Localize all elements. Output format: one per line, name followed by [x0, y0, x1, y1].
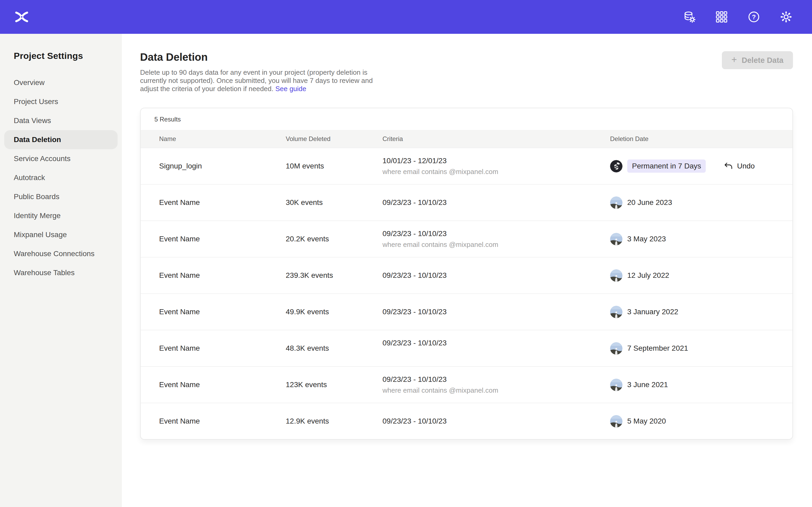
data-management-icon[interactable]: [683, 11, 696, 23]
cell-volume: 123K events: [286, 381, 383, 389]
cell-criteria: 09/23/23 - 10/10/23: [383, 339, 610, 358]
column-header-criteria: Criteria: [383, 135, 610, 143]
deletion-requests-card: 5 Results Name Volume Deleted Criteria D…: [140, 108, 793, 440]
deletion-date: 3 May 2023: [627, 235, 666, 243]
project-settings-sidebar: Project Settings Overview Project Users …: [0, 34, 122, 507]
cell-deletion-date: 3 May 2023: [610, 233, 775, 245]
plus-icon: +: [731, 55, 737, 64]
table-row: Event Name 123K events 09/23/23 - 10/10/…: [141, 366, 793, 403]
cell-volume: 30K events: [286, 198, 383, 207]
cell-criteria: 09/23/23 - 10/10/23 where email contains…: [383, 375, 610, 395]
cell-volume: 48.3K events: [286, 344, 383, 352]
sidebar-item-mixpanel-usage[interactable]: Mixpanel Usage: [4, 225, 118, 244]
cell-criteria: 09/23/23 - 10/10/23: [383, 417, 610, 426]
user-avatar: [610, 379, 622, 391]
user-avatar: [610, 233, 622, 245]
user-avatar: [610, 342, 622, 355]
status-badge: Permanent in 7 Days: [627, 160, 706, 173]
top-navigation-bar: ?: [0, 0, 812, 34]
results-count: 5 Results: [141, 108, 793, 130]
deletion-date: 7 September 2021: [627, 344, 688, 352]
deletion-date: 12 July 2022: [627, 271, 669, 280]
cell-criteria: 09/23/23 - 10/10/23: [383, 307, 610, 316]
page-description-text: Delete up to 90 days data for any event …: [140, 68, 373, 93]
criteria-range: 09/23/23 - 10/10/23: [383, 375, 610, 384]
user-avatar: [610, 196, 622, 209]
sidebar-title: Project Settings: [14, 51, 122, 61]
criteria-range: 10/01/23 - 12/01/23: [383, 156, 610, 165]
settings-gear-icon[interactable]: [780, 11, 793, 23]
criteria-filter: [383, 350, 610, 358]
cell-name: Event Name: [159, 381, 286, 389]
column-header-deletion-date: Deletion Date: [610, 135, 775, 143]
table-row: Event Name 48.3K events 09/23/23 - 10/10…: [141, 330, 793, 366]
sidebar-nav: Overview Project Users Data Views Data D…: [0, 73, 122, 282]
criteria-range: 09/23/23 - 10/10/23: [383, 229, 610, 238]
cell-volume: 12.9K events: [286, 417, 383, 426]
cell-criteria: 09/23/23 - 10/10/23: [383, 198, 610, 207]
criteria-filter: where email contains @mixpanel.com: [383, 240, 610, 249]
cell-criteria: 10/01/23 - 12/01/23 where email contains…: [383, 156, 610, 176]
cell-deletion-date: 12 July 2022: [610, 269, 775, 282]
delete-data-button-label: Delete Data: [742, 56, 783, 65]
cell-deletion-date: 20 June 2023: [610, 196, 775, 209]
sidebar-item-service-accounts[interactable]: Service Accounts: [4, 149, 118, 168]
cell-name: Event Name: [159, 235, 286, 243]
see-guide-link[interactable]: See guide: [275, 85, 306, 93]
user-avatar: [610, 160, 622, 172]
criteria-range: 09/23/23 - 10/10/23: [383, 198, 610, 207]
deletion-date: 5 May 2020: [627, 417, 666, 426]
help-icon[interactable]: ?: [748, 11, 760, 23]
apps-grid-icon[interactable]: [715, 11, 728, 23]
table-row: Event Name 49.9K events 09/23/23 - 10/10…: [141, 293, 793, 330]
cell-name: Event Name: [159, 417, 286, 426]
data-deletion-page: Data Deletion Delete up to 90 days data …: [122, 34, 812, 507]
table-row: Signup_login 10M events 10/01/23 - 12/01…: [141, 148, 793, 184]
column-header-name: Name: [159, 135, 286, 143]
column-header-volume-deleted: Volume Deleted: [286, 135, 383, 143]
cell-volume: 239.3K events: [286, 271, 383, 280]
cell-deletion-date: 7 September 2021: [610, 342, 775, 355]
deletion-date: 20 June 2023: [627, 198, 672, 207]
sidebar-item-overview[interactable]: Overview: [4, 73, 118, 92]
user-avatar: [610, 415, 622, 428]
cell-criteria: 09/23/23 - 10/10/23 where email contains…: [383, 229, 610, 249]
cell-volume: 20.2K events: [286, 235, 383, 243]
cell-name: Event Name: [159, 198, 286, 207]
topbar-icon-group: ?: [683, 11, 793, 23]
sidebar-item-project-users[interactable]: Project Users: [4, 92, 118, 111]
cell-deletion-date: 5 May 2020: [610, 415, 775, 428]
svg-text:?: ?: [752, 13, 756, 20]
cell-deletion-date: Permanent in 7 Days Undo: [610, 160, 775, 173]
user-avatar: [610, 269, 622, 282]
cell-name: Event Name: [159, 271, 286, 280]
page-description: Delete up to 90 days data for any event …: [140, 68, 379, 93]
table-row: Event Name 30K events 09/23/23 - 10/10/2…: [141, 184, 793, 221]
sidebar-item-public-boards[interactable]: Public Boards: [4, 187, 118, 206]
undo-label: Undo: [737, 162, 755, 170]
page-title: Data Deletion: [140, 51, 793, 63]
cell-deletion-date: 3 January 2022: [610, 306, 775, 318]
sidebar-item-warehouse-connections[interactable]: Warehouse Connections: [4, 244, 118, 263]
undo-button[interactable]: Undo: [724, 161, 755, 171]
sidebar-item-data-views[interactable]: Data Views: [4, 111, 118, 130]
criteria-range: 09/23/23 - 10/10/23: [383, 339, 610, 347]
sidebar-item-data-deletion[interactable]: Data Deletion: [4, 130, 118, 149]
delete-data-button[interactable]: + Delete Data: [722, 51, 793, 69]
criteria-filter: where email contains @mixpanel.com: [383, 167, 610, 176]
cell-name: Signup_login: [159, 162, 286, 170]
deletion-date: 3 January 2022: [627, 307, 678, 316]
sidebar-item-warehouse-tables[interactable]: Warehouse Tables: [4, 263, 118, 282]
sidebar-item-identity-merge[interactable]: Identity Merge: [4, 206, 118, 225]
cell-name: Event Name: [159, 307, 286, 316]
table-row: Event Name 20.2K events 09/23/23 - 10/10…: [141, 221, 793, 257]
criteria-filter: where email contains @mixpanel.com: [383, 386, 610, 395]
mixpanel-logo-icon[interactable]: [15, 10, 29, 24]
deletion-date: 3 June 2021: [627, 381, 668, 389]
criteria-range: 09/23/23 - 10/10/23: [383, 271, 610, 280]
cell-volume: 10M events: [286, 162, 383, 170]
cell-volume: 49.9K events: [286, 307, 383, 316]
table-header-row: Name Volume Deleted Criteria Deletion Da…: [141, 130, 793, 148]
sidebar-item-autotrack[interactable]: Autotrack: [4, 168, 118, 187]
cell-criteria: 09/23/23 - 10/10/23: [383, 271, 610, 280]
